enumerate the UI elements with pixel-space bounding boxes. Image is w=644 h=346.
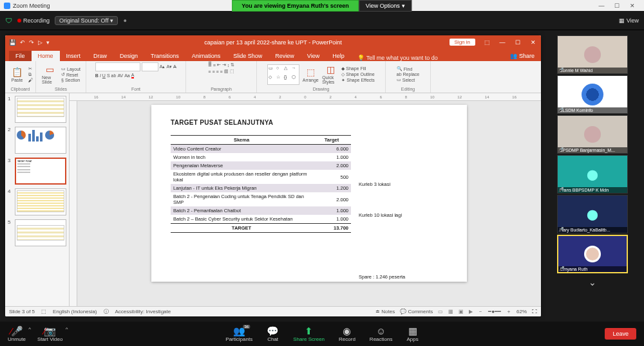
thumb-slide-2[interactable] bbox=[15, 127, 66, 154]
slideshow-view-icon[interactable]: ▶ bbox=[469, 309, 473, 314]
ppt-maximize-button[interactable]: ☐ bbox=[510, 39, 526, 46]
view-layout-button[interactable]: ▦ View bbox=[619, 17, 639, 24]
close-button[interactable]: ✕ bbox=[625, 3, 640, 9]
find-button[interactable]: 🔍 Find bbox=[397, 66, 419, 71]
notes-button[interactable]: ≐ Notes bbox=[375, 309, 395, 314]
signin-button[interactable]: Sign in bbox=[450, 39, 475, 46]
case-button[interactable]: Aa bbox=[124, 73, 130, 78]
tell-me-search[interactable]: 💡 Tell me what you want to do bbox=[357, 55, 438, 61]
participant-tile[interactable]: 🎤Bonnie M Wahid bbox=[557, 35, 628, 74]
thumb-slide-5[interactable] bbox=[15, 219, 66, 246]
tab-help[interactable]: Help bbox=[326, 51, 351, 61]
format-painter-icon[interactable]: 🖌 bbox=[28, 78, 33, 82]
copy-icon[interactable]: ⧉ bbox=[28, 72, 33, 77]
spacing-button[interactable]: AV bbox=[117, 73, 123, 78]
view-options-button[interactable]: View Options ▾ bbox=[359, 0, 412, 12]
clear-format-icon[interactable]: A̶ bbox=[173, 64, 176, 69]
slide-thumbnail-panel[interactable]: 1 2 3TARGET PUSAT━━━━━━━━━━━━━━━━━━━━━━━… bbox=[5, 93, 70, 306]
text-direction-button[interactable]: ⇅ bbox=[231, 62, 234, 68]
chevron-up-icon[interactable]: ^ bbox=[66, 326, 68, 332]
indent-dec-button[interactable]: ⇤ bbox=[217, 62, 221, 68]
cut-icon[interactable]: ✂ bbox=[28, 66, 33, 71]
line-spacing-button[interactable]: ↕ bbox=[227, 63, 230, 68]
lang-icon[interactable]: ⬚ bbox=[41, 309, 46, 314]
decrease-font-icon[interactable]: A▾ bbox=[167, 64, 173, 69]
reactions-button[interactable]: ☺Reactions bbox=[370, 326, 393, 342]
italic-button[interactable]: I bbox=[100, 73, 101, 78]
bold-button[interactable]: B bbox=[95, 73, 99, 78]
zoom-in-button[interactable]: ＋ bbox=[506, 308, 511, 315]
reading-view-icon[interactable]: ▣ bbox=[459, 309, 464, 314]
slide-canvas[interactable]: 1614121086420246810121416 TARGET PUSAT S… bbox=[70, 93, 541, 306]
ribbon-options-icon[interactable]: ⬚ bbox=[479, 39, 495, 46]
redo-icon[interactable]: ↷ bbox=[29, 39, 34, 46]
undo-icon[interactable]: ↶ bbox=[20, 39, 25, 46]
replace-button[interactable]: ab Replace bbox=[397, 72, 419, 77]
numbering-button[interactable]: ≡ bbox=[213, 63, 216, 68]
apps-button[interactable]: ▦Apps bbox=[406, 326, 418, 342]
thumb-slide-4[interactable] bbox=[15, 188, 66, 215]
shape-outline-button[interactable]: ◇ Shape Outline bbox=[341, 72, 374, 77]
thumb-slide-1[interactable] bbox=[15, 96, 66, 123]
shadow-button[interactable]: ab bbox=[111, 73, 117, 78]
reset-button[interactable]: ↺ Reset bbox=[61, 72, 80, 77]
paste-button[interactable]: 📋Paste bbox=[8, 64, 26, 86]
minimize-button[interactable]: — bbox=[594, 3, 609, 9]
section-button[interactable]: § Section bbox=[61, 78, 80, 82]
participant-tile[interactable]: 🎤BLSDM Kominfo bbox=[557, 75, 628, 114]
fit-window-icon[interactable]: ⛶ bbox=[532, 309, 537, 314]
arrange-button[interactable]: ⬚Arrange bbox=[301, 64, 319, 86]
slideshow-icon[interactable]: ▷ bbox=[38, 39, 43, 46]
participant-tile[interactable]: ⬤🎤Hary Budiarto_KaBalitb... bbox=[557, 195, 628, 233]
participants-button[interactable]: 👥Participants36 bbox=[225, 326, 252, 342]
more-participants-chevron[interactable]: ⌄ bbox=[589, 277, 596, 287]
original-sound-toggle[interactable]: Original Sound: Off ▾ bbox=[55, 16, 118, 25]
new-slide-button[interactable]: ▭New Slide bbox=[41, 64, 59, 86]
participant-tile[interactable]: 🎤Emyana Ruth bbox=[557, 235, 628, 273]
start-video-button[interactable]: 📷⁄Start Video^ bbox=[37, 326, 62, 342]
align-center-button[interactable]: ≡ bbox=[212, 69, 214, 74]
tab-draw[interactable]: Draw bbox=[87, 51, 113, 61]
tab-view[interactable]: View bbox=[301, 51, 326, 61]
align-right-button[interactable]: ≡ bbox=[216, 69, 219, 74]
tab-file[interactable]: File bbox=[9, 51, 32, 61]
accessibility-icon[interactable]: ⓘ bbox=[104, 308, 109, 315]
share-screen-button[interactable]: ⬆Share Screen bbox=[293, 326, 325, 342]
qat-more-icon[interactable]: ▾ bbox=[46, 39, 50, 46]
shape-effects-button[interactable]: ✦ Shape Effects bbox=[341, 78, 374, 83]
select-button[interactable]: ▭ Select bbox=[397, 77, 419, 82]
slide-content[interactable]: TARGET PUSAT SELANJUTNYA Skema Target Vi… bbox=[151, 105, 467, 282]
accessibility-label[interactable]: Accessibility: Investigate bbox=[115, 309, 171, 314]
thumb-slide-3[interactable]: TARGET PUSAT━━━━━━━━━━━━━━━━━━━━━━━━━━━━… bbox=[15, 158, 66, 185]
participant-tile[interactable]: ⬤🎤Frans BBPSDMP K Mdn bbox=[557, 155, 628, 194]
smartart-button[interactable]: ⬚ bbox=[230, 69, 234, 74]
tab-home[interactable]: Home bbox=[32, 51, 60, 61]
language-label[interactable]: English (Indonesia) bbox=[53, 309, 97, 314]
zoom-out-button[interactable]: － bbox=[478, 308, 483, 315]
leave-button[interactable]: Leave bbox=[605, 328, 636, 340]
underline-button[interactable]: U bbox=[102, 73, 106, 78]
sorter-view-icon[interactable]: ▦ bbox=[448, 309, 453, 314]
tab-animations[interactable]: Animations bbox=[185, 51, 227, 61]
comments-button[interactable]: 💬 Comments bbox=[400, 309, 433, 314]
layout-button[interactable]: ▭ Layout bbox=[61, 66, 80, 71]
font-family-select[interactable] bbox=[95, 62, 140, 71]
strike-button[interactable]: S bbox=[107, 73, 110, 78]
tab-slideshow[interactable]: Slide Show bbox=[227, 51, 269, 61]
shape-fill-button[interactable]: ◆ Shape Fill bbox=[341, 66, 374, 71]
ppt-minimize-button[interactable]: — bbox=[495, 39, 510, 46]
tab-transitions[interactable]: Transitions bbox=[144, 51, 185, 61]
encryption-shield-icon[interactable]: 🛡 bbox=[5, 17, 12, 24]
maximize-button[interactable]: ☐ bbox=[609, 3, 625, 9]
tab-design[interactable]: Design bbox=[113, 51, 144, 61]
bullets-button[interactable]: ≣ bbox=[208, 62, 212, 68]
zoom-slider[interactable]: ━●━━ bbox=[488, 309, 501, 314]
save-icon[interactable]: 💾 bbox=[9, 39, 16, 46]
share-button[interactable]: 👥 Share bbox=[504, 51, 541, 61]
font-color-button[interactable]: A bbox=[131, 73, 135, 78]
chevron-up-icon[interactable]: ^ bbox=[28, 326, 31, 332]
quick-styles-button[interactable]: ◫Quick Styles bbox=[321, 64, 339, 86]
columns-button[interactable]: ▥ bbox=[224, 69, 229, 74]
font-size-select[interactable] bbox=[142, 62, 158, 71]
tab-insert[interactable]: Insert bbox=[60, 51, 88, 61]
